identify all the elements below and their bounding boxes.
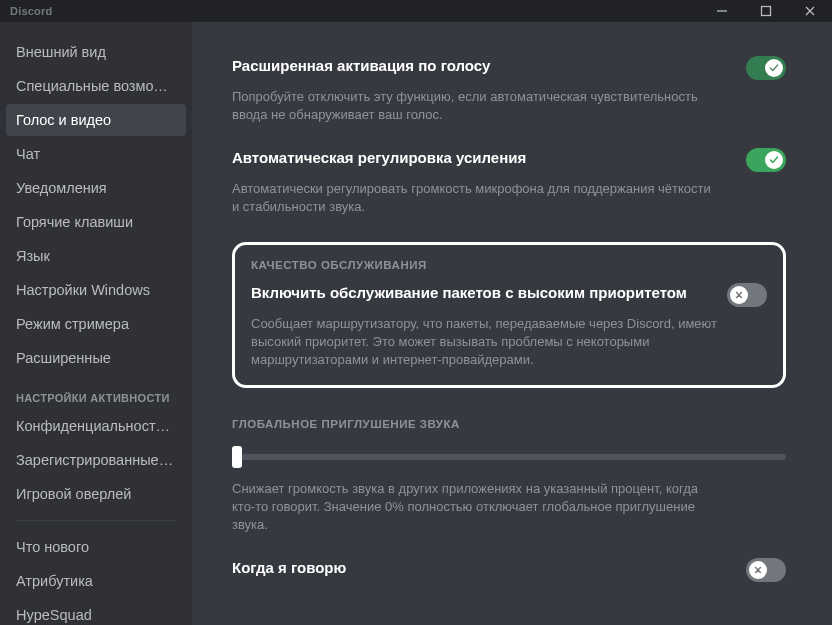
setting-desc: Попробуйте отключить эту функцию, если а… xyxy=(232,88,712,124)
sidebar-item[interactable]: Чат xyxy=(6,138,186,170)
section-header-qos: КАЧЕСТВО ОБСЛУЖИВАНИЯ xyxy=(251,259,767,271)
sidebar-item[interactable]: Голос и видео xyxy=(6,104,186,136)
sidebar-item[interactable]: Конфиденциальность … xyxy=(6,410,186,442)
section-header-attenuation: ГЛОБАЛЬНОЕ ПРИГЛУШЕНИЕ ЗВУКА xyxy=(232,418,786,430)
toggle-qos[interactable] xyxy=(727,283,767,307)
sidebar-divider xyxy=(16,520,176,521)
slider-track xyxy=(232,454,786,460)
sidebar-item[interactable]: Игровой оверлей xyxy=(6,478,186,510)
attenuation-slider[interactable] xyxy=(232,446,786,466)
setting-title: Автоматическая регулировка усиления xyxy=(232,148,526,168)
svg-rect-0 xyxy=(762,7,771,16)
sidebar-item[interactable]: HypeSquad xyxy=(6,599,186,625)
sidebar-header-activity: НАСТРОЙКИ АКТИВНОСТИ xyxy=(6,376,186,410)
setting-desc: Снижает громкость звука в других приложе… xyxy=(232,480,712,534)
sidebar-item[interactable]: Атрибутика xyxy=(6,565,186,597)
setting-agc: Автоматическая регулировка усиления Авто… xyxy=(232,148,786,216)
setting-when-i-speak: Когда я говорю xyxy=(232,558,786,582)
sidebar-item[interactable]: Зарегистрированные … xyxy=(6,444,186,476)
setting-desc: Сообщает маршрутизатору, что пакеты, пер… xyxy=(251,315,721,369)
check-icon xyxy=(765,151,783,169)
app-name: Discord xyxy=(8,5,52,17)
x-icon xyxy=(730,286,748,304)
sidebar-item[interactable]: Внешний вид xyxy=(6,36,186,68)
window-controls xyxy=(708,0,824,22)
sidebar-item[interactable]: Режим стримера xyxy=(6,308,186,340)
minimize-button[interactable] xyxy=(708,0,736,22)
toggle-when-i-speak[interactable] xyxy=(746,558,786,582)
settings-content: Расширенная активация по голосу Попробуй… xyxy=(192,22,832,582)
sidebar-item[interactable]: Уведомления xyxy=(6,172,186,204)
close-window-button[interactable] xyxy=(796,0,824,22)
sidebar-item[interactable]: Горячие клавиши xyxy=(6,206,186,238)
check-icon xyxy=(765,59,783,77)
sidebar-item[interactable]: Что нового xyxy=(6,531,186,563)
sidebar-item[interactable]: Специальные возмож… xyxy=(6,70,186,102)
sidebar-item[interactable]: Язык xyxy=(6,240,186,272)
setting-title: Когда я говорю xyxy=(232,558,346,578)
slider-thumb[interactable] xyxy=(232,446,242,468)
setting-title: Расширенная активация по голосу xyxy=(232,56,490,76)
settings-sidebar: Внешний видСпециальные возмож…Голос и ви… xyxy=(0,22,192,625)
setting-title: Включить обслуживание пакетов с высоким … xyxy=(251,283,687,303)
x-icon xyxy=(749,561,767,579)
toggle-agc[interactable] xyxy=(746,148,786,172)
titlebar: Discord xyxy=(0,0,832,22)
setting-qos-highlight: КАЧЕСТВО ОБСЛУЖИВАНИЯ Включить обслужива… xyxy=(232,242,786,388)
sidebar-item[interactable]: Расширенные xyxy=(6,342,186,374)
setting-desc: Автоматически регулировать громкость мик… xyxy=(232,180,712,216)
sidebar-item[interactable]: Настройки Windows xyxy=(6,274,186,306)
toggle-voice-activation[interactable] xyxy=(746,56,786,80)
maximize-button[interactable] xyxy=(752,0,780,22)
setting-voice-activation: Расширенная активация по голосу Попробуй… xyxy=(232,56,786,124)
